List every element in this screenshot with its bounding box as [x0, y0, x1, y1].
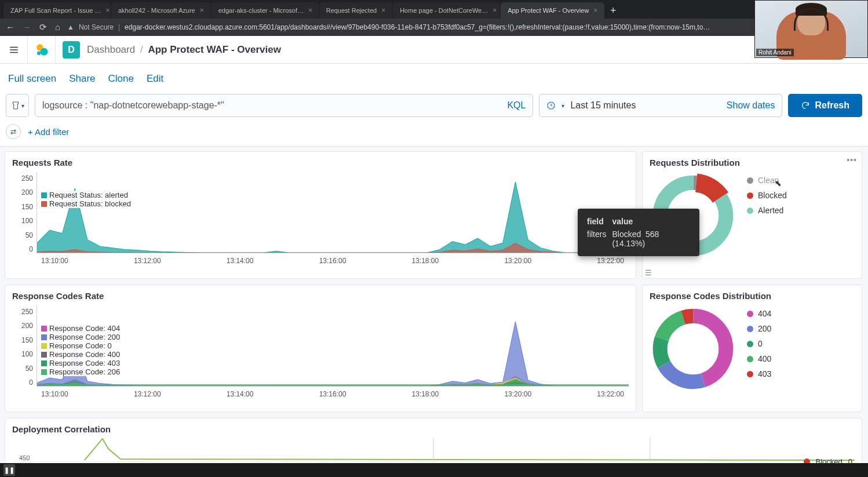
y-axis: 250 200 150 100 50 0	[12, 172, 37, 265]
address-bar[interactable]: ▲ Not Secure | edgar-docker.westus2.clou…	[67, 23, 814, 31]
security-label: Not Secure	[79, 23, 114, 31]
close-icon[interactable]: ×	[308, 6, 312, 14]
presenter-name: Rohit Andani	[756, 49, 794, 56]
y-axis: 250 200 150 100 50 0	[12, 305, 37, 398]
video-controls: ❚❚	[0, 463, 868, 475]
breadcrumb-root[interactable]: Dashboard	[87, 44, 135, 55]
browser-toolbar: ← → ⟳ ⌂ ▲ Not Secure | edgar-docker.west…	[0, 19, 868, 36]
refresh-button[interactable]: Refresh	[788, 94, 862, 117]
panel-response-codes-distribution: Response Codes Distribution 404 200 0 40…	[642, 285, 862, 412]
svg-point-2	[37, 51, 41, 55]
search-input[interactable]: logsource : "nap-dotnetcorewebapp-stage-…	[35, 94, 533, 117]
browser-tab[interactable]: ZAP Full Scan Report - Issue …×	[3, 2, 111, 19]
not-secure-icon: ▲	[67, 23, 74, 31]
fullscreen-button[interactable]: Full screen	[8, 73, 56, 85]
chart-legend: Response Code: 404 Response Code: 200 Re…	[41, 324, 120, 376]
chart-area[interactable]: 450	[12, 438, 855, 462]
clone-button[interactable]: Clone	[108, 73, 134, 85]
elastic-logo-icon[interactable]	[28, 36, 56, 64]
panel-title: Response Codes Distribution	[650, 291, 855, 301]
browser-tab[interactable]: edgar-aks-cluster - Microsof…×	[211, 2, 319, 19]
url-text: edgar-docker.westus2.cloudapp.azure.com:…	[125, 23, 710, 31]
x-axis: 13:10:00 13:12:00 13:14:00 13:16:00 13:1…	[37, 390, 629, 398]
pause-icon[interactable]: ❚❚	[3, 464, 15, 475]
chart-legend: 404 200 0 400 403	[747, 309, 771, 378]
forward-icon[interactable]: →	[23, 22, 31, 32]
back-icon[interactable]: ←	[6, 22, 14, 32]
panel-title: Deployment Correlation	[12, 424, 855, 434]
panel-title: Requests Rate	[12, 158, 629, 168]
close-icon[interactable]: ×	[200, 6, 204, 14]
panel-title: Response Codes Rate	[12, 291, 629, 301]
panel-requests-rate: Requests Rate 250 200 150 100 50 0 13:10…	[5, 151, 636, 279]
svg-point-11	[660, 316, 726, 382]
reload-icon[interactable]: ⟳	[39, 22, 47, 32]
clock-icon	[546, 101, 556, 110]
panel-response-codes-rate: Response Codes Rate 250 200 150 100 50 0…	[5, 285, 636, 412]
browser-tab[interactable]: Home page - DotNetCoreWe…×	[393, 2, 500, 19]
filter-bar: ⇄ + Add filter	[0, 124, 868, 147]
close-icon[interactable]: ×	[593, 6, 597, 14]
close-icon[interactable]: ×	[493, 6, 497, 14]
filter-options-button[interactable]: ⇄	[6, 124, 21, 139]
app-badge[interactable]: D	[63, 41, 80, 59]
close-icon[interactable]: ×	[105, 6, 110, 14]
saved-query-button[interactable]: ▾	[6, 94, 29, 117]
query-text: logsource : "nap-dotnetcorewebapp-stage-…	[42, 100, 224, 111]
browser-tab[interactable]: Request Rejected×	[319, 2, 392, 19]
show-dates-link[interactable]: Show dates	[727, 100, 775, 111]
chart-area[interactable]	[37, 172, 629, 253]
time-picker[interactable]: ▾ Last 15 minutes Show dates	[539, 94, 782, 117]
svg-point-1	[40, 48, 48, 55]
close-icon[interactable]: ×	[381, 6, 385, 14]
browser-tab[interactable]: akholl242 - Microsoft Azure×	[111, 2, 211, 19]
new-tab-button[interactable]: +	[605, 2, 621, 19]
dashboard-actions: Full screen Share Clone Edit	[0, 64, 868, 94]
panel-options-icon[interactable]: •••	[847, 155, 857, 165]
breadcrumb: Dashboard / App Protect WAF - Overview	[87, 44, 281, 56]
share-button[interactable]: Share	[69, 73, 95, 85]
chart-area[interactable]	[37, 305, 629, 387]
refresh-icon	[801, 101, 810, 110]
query-language-toggle[interactable]: KQL	[507, 100, 526, 111]
panel-title: Requests Distribution	[650, 158, 855, 168]
chart-tooltip: fieldvalue filters Blocked 568 (14.13%)	[578, 209, 699, 256]
menu-button[interactable]	[0, 36, 28, 64]
edit-button[interactable]: Edit	[147, 73, 163, 85]
browser-tabs: ZAP Full Scan Report - Issue …× akholl24…	[0, 0, 868, 19]
x-axis: 13:10:00 13:12:00 13:14:00 13:16:00 13:1…	[37, 257, 629, 265]
query-bar: ▾ logsource : "nap-dotnetcorewebapp-stag…	[0, 94, 868, 124]
add-filter-button[interactable]: + Add filter	[28, 127, 69, 137]
page-title: App Protect WAF - Overview	[148, 44, 281, 55]
panel-deployment-correlation: Deployment Correlation 450 Blocked 0	[5, 418, 862, 470]
chart-legend: Clean Blocked Alerted	[747, 176, 787, 215]
timerange-label: Last 15 minutes	[570, 100, 636, 111]
app-header: D Dashboard / App Protect WAF - Overview	[0, 36, 868, 64]
donut-chart[interactable]	[650, 305, 736, 392]
browser-tab-active[interactable]: App Protect WAF - Overview×	[501, 2, 604, 19]
chart-legend: Request Status: alerted Request Status: …	[41, 191, 131, 208]
legend-toggle-icon[interactable]: ☰	[645, 268, 652, 277]
home-icon[interactable]: ⌂	[55, 22, 60, 32]
webcam-overlay: Rohit Andani	[754, 0, 868, 58]
